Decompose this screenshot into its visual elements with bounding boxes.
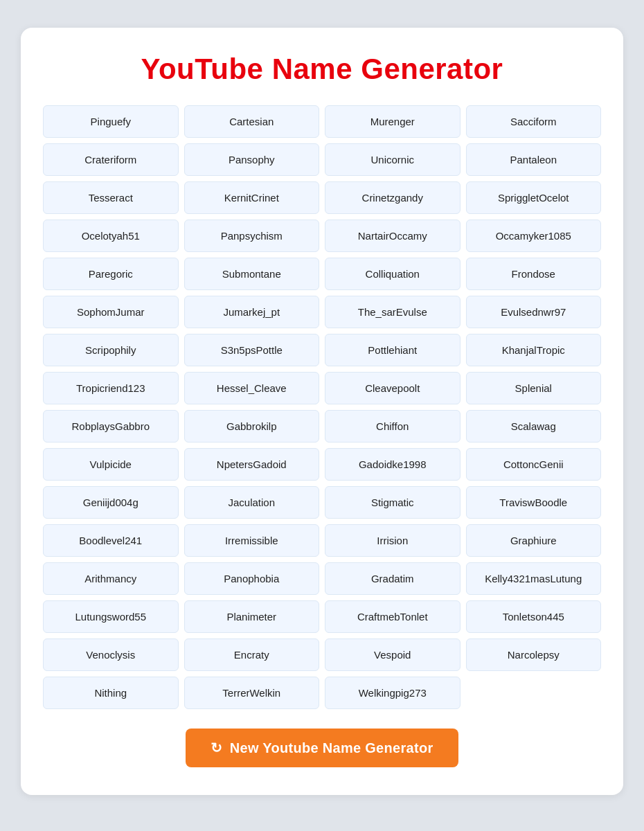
name-cell[interactable]: CraftmebTonlet (325, 600, 460, 633)
name-cell[interactable]: Tesseract (43, 181, 179, 214)
name-cell[interactable]: RobplaysGabbro (43, 410, 179, 443)
name-cell[interactable]: Panophobia (184, 562, 320, 595)
name-cell[interactable]: Ocelotyah51 (43, 220, 179, 252)
name-cell[interactable]: Nithing (43, 677, 179, 709)
name-cell[interactable]: Murenger (325, 105, 460, 138)
name-cell[interactable]: SophomJumar (43, 296, 179, 328)
name-cell[interactable]: Cartesian (184, 105, 320, 138)
name-cell[interactable]: Jumarkej_pt (184, 296, 320, 328)
empty-cell (466, 677, 602, 709)
name-cell[interactable]: TraviswBoodle (466, 486, 602, 519)
name-cell[interactable]: Graphiure (466, 524, 602, 557)
page-title: YouTube Name Generator (43, 53, 601, 86)
name-cell[interactable]: The_sarEvulse (325, 296, 460, 328)
name-cell[interactable]: Pansophy (184, 143, 320, 176)
name-cell[interactable]: CottoncGenii (466, 448, 602, 481)
name-cell[interactable]: Evulsednwr97 (466, 296, 602, 328)
name-cell[interactable]: Tonletson445 (466, 600, 602, 633)
name-cell[interactable]: Stigmatic (325, 486, 460, 519)
name-cell[interactable]: Cleavepoolt (325, 372, 460, 404)
name-cell[interactable]: Gabbrokilp (184, 410, 320, 443)
name-cell[interactable]: Irrision (325, 524, 460, 557)
name-cell[interactable]: Kelly4321masLutung (466, 562, 602, 595)
name-cell[interactable]: Encraty (184, 638, 320, 671)
name-cell[interactable]: Arithmancy (43, 562, 179, 595)
name-cell[interactable]: Panpsychism (184, 220, 320, 252)
name-cell[interactable]: Unicornic (325, 143, 460, 176)
name-cell[interactable]: Pantaleon (466, 143, 602, 176)
name-cell[interactable]: Crateriform (43, 143, 179, 176)
name-cell[interactable]: Pinguefy (43, 105, 179, 138)
name-cell[interactable]: TerrerWelkin (184, 677, 320, 709)
generate-button-label: New Youtube Name Generator (230, 740, 433, 756)
name-cell[interactable]: Gradatim (325, 562, 460, 595)
name-cell[interactable]: Gadoidke1998 (325, 448, 460, 481)
name-cell[interactable]: Welkingpig273 (325, 677, 460, 709)
refresh-icon: ↻ (211, 740, 222, 756)
name-cell[interactable]: Scripophily (43, 334, 179, 366)
generate-button[interactable]: ↻ New Youtube Name Generator (186, 729, 458, 767)
name-cell[interactable]: SpriggletOcelot (466, 181, 602, 214)
name-cell[interactable]: Sacciform (466, 105, 602, 138)
name-cell[interactable]: Paregoric (43, 258, 179, 290)
name-cell[interactable]: Pottlehiant (325, 334, 460, 366)
name-cell[interactable]: Boodlevel241 (43, 524, 179, 557)
name-cell[interactable]: NpetersGadoid (184, 448, 320, 481)
name-cell[interactable]: KhanjalTropic (466, 334, 602, 366)
name-cell[interactable]: Tropicriend123 (43, 372, 179, 404)
name-cell[interactable]: Lutungsword55 (43, 600, 179, 633)
name-cell[interactable]: Colliquation (325, 258, 460, 290)
name-cell[interactable]: Narcolepsy (466, 638, 602, 671)
name-cell[interactable]: Irremissible (184, 524, 320, 557)
name-cell[interactable]: Planimeter (184, 600, 320, 633)
name-cell[interactable]: Geniijd004g (43, 486, 179, 519)
main-card: YouTube Name Generator PinguefyCartesian… (21, 28, 623, 795)
name-cell[interactable]: Frondose (466, 258, 602, 290)
name-cell[interactable]: Occamyker1085 (466, 220, 602, 252)
names-grid: PinguefyCartesianMurengerSacciformCrater… (43, 105, 601, 709)
name-cell[interactable]: Splenial (466, 372, 602, 404)
name-cell[interactable]: Scalawag (466, 410, 602, 443)
name-cell[interactable]: S3n5psPottle (184, 334, 320, 366)
name-cell[interactable]: NartairOccamy (325, 220, 460, 252)
name-cell[interactable]: Hessel_Cleave (184, 372, 320, 404)
name-cell[interactable]: Jaculation (184, 486, 320, 519)
name-cell[interactable]: Crinetzgandy (325, 181, 460, 214)
name-cell[interactable]: Submontane (184, 258, 320, 290)
name-cell[interactable]: Vespoid (325, 638, 460, 671)
name-cell[interactable]: Chiffon (325, 410, 460, 443)
name-cell[interactable]: KernitCrinet (184, 181, 320, 214)
name-cell[interactable]: Vulpicide (43, 448, 179, 481)
name-cell[interactable]: Venoclysis (43, 638, 179, 671)
